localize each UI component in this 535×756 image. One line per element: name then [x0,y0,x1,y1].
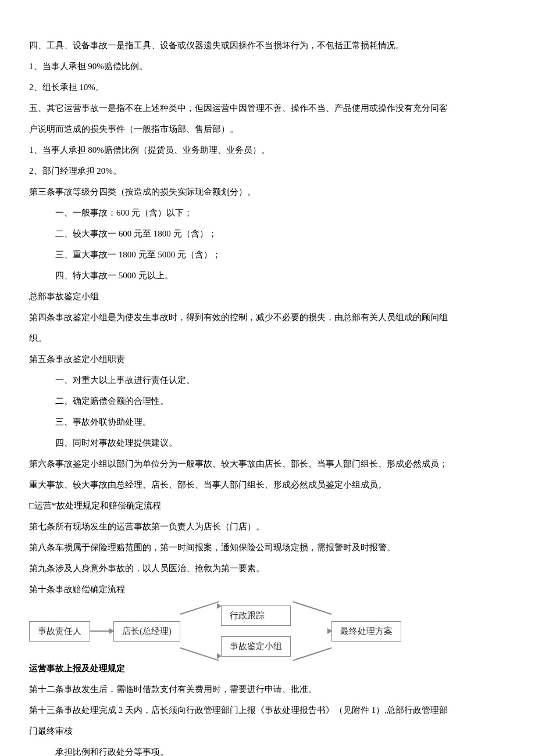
text-line: 2、组长承担 10%。 [29,77,448,98]
text-line: 2、部门经理承担 20%。 [29,160,448,181]
flow-box-admin: 行政跟踪 [221,605,291,626]
text-line: 总部事故鉴定小组 [29,286,448,307]
text-line: 一、一般事故：600 元（含）以下； [29,202,448,223]
flowchart: 事故责任人 店长(总经理) 行政跟踪 事故鉴定小组 最终处理方案 [29,605,448,657]
split-connector [180,608,221,654]
text-line: 二、较大事故一 600 元至 1800 元（含）； [29,223,448,244]
text-line: 第三条事故等级分四类（按造成的损失实际现金额划分）。 [29,181,448,202]
text-line: 四、特大事故一 5000 元以上。 [29,265,448,286]
text-line: □运营*故处理规定和赔偿确定流程 [29,495,448,516]
text-line: 三、重大事故一 1800 元至 5000 元（含）； [29,244,448,265]
text-line: 第七条所有现场发生的运营事故第一负责人为店长（门店）。 [29,516,448,537]
flow-stack: 行政跟踪 事故鉴定小组 [221,605,291,657]
text-line: 一、对重大以上事故进行责任认定。 [29,370,448,390]
text-line: 1、当事人承担 80%赔偿比例（提货员、业务助理、业务员）。 [29,139,448,160]
text-line: 二、确定赔偿金额的合理性。 [29,390,448,411]
text-line: 第十三条事故处理完成 2 天内，店长须向行政管理部门上报《事故处理报告书》（见附… [29,700,448,741]
text-line: 第九条涉及人身意外事故的，以人员医治、抢救为第一要素。 [29,558,448,579]
text-line: 四、同时对事故处理提供建议。 [29,432,448,453]
text-line: 第六条事故鉴定小组以部门为单位分为一般事故、较大事故由店长、部长、当事人部门组长… [29,453,448,495]
text-line: 四、工具、设备事故一是指工具、设备或仪器遗失或因操作不当损坏行为，不包括正常损耗… [29,35,448,56]
text-line: 五、其它运营事故一是指不在上述种类中，但因运营中因管理不善、操作不当、产品使用或… [29,98,448,139]
text-line: 第五条事故鉴定小组职责 [29,349,448,370]
text-line: 第八条车损属于保险理赔范围的，第一时间报案，通知保险公司现场定损，需报警时及时报… [29,537,448,558]
flow-box-final: 最终处理方案 [331,621,401,642]
merge-connector [291,608,331,654]
text-line: 承担比例和行政处分等事项。 [29,741,448,756]
arrow-icon [90,630,113,632]
text-line: 第十二条事故发生后，需临时借款支付有关费用时，需要进行申请、批准。 [29,679,448,700]
flow-box-responsible: 事故责任人 [29,621,90,642]
text-line: 三、事故外联协助处理。 [29,411,448,432]
section-heading: 运营事故上报及处理规定 [29,658,448,679]
text-line: 第四条事故鉴定小组是为使发生事故时，得到有效的控制，减少不必要的损失，由总部有关… [29,307,448,349]
text-line: 第十条事故赔偿确定流程 [29,579,448,600]
flow-box-manager: 店长(总经理) [113,621,180,642]
text-span: 第十三条事故处理完成 2 天内，店长须向行政管理部门上报《事故处理报告书》（见附… [29,705,448,736]
flow-box-committee: 事故鉴定小组 [221,636,291,657]
text-line: 1、当事人承担 90%赔偿比例。 [29,56,448,77]
